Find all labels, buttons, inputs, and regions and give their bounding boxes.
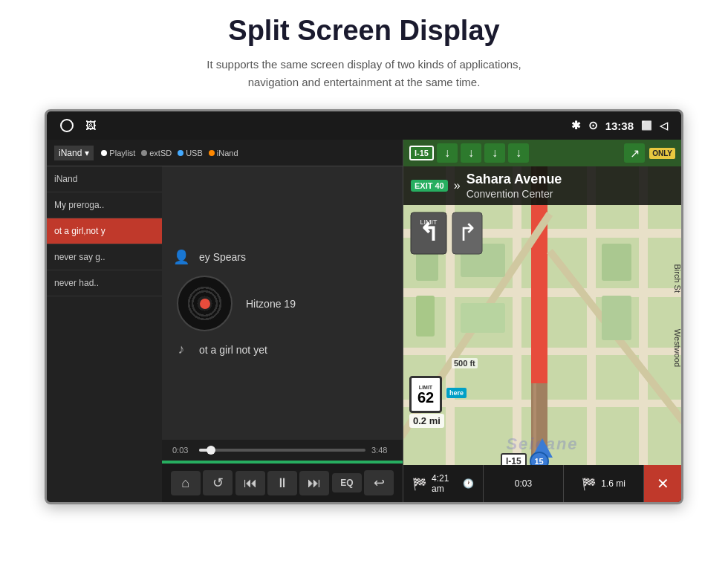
nav-top-bar: I-15 ↓ ↓ ↓ ↓ ↗ ONLY bbox=[403, 140, 681, 166]
arrival-time: 4:21 am bbox=[432, 473, 458, 494]
home-circle-icon bbox=[60, 119, 74, 132]
source-inand[interactable]: iNand bbox=[209, 149, 238, 157]
nav-top-left: I-15 ↓ ↓ ↓ ↓ bbox=[409, 143, 529, 163]
turn-left-icon: ↰ LIMIT bbox=[409, 211, 448, 256]
nav-street-info: Sahara Avenue Convention Center bbox=[467, 172, 562, 200]
nav-street-name: Sahara Avenue bbox=[467, 172, 562, 188]
status-bar-left: 🖼 bbox=[60, 119, 96, 132]
music-player-panel: iNand ▾ Playlist extSD USB iNand bbox=[47, 140, 403, 502]
nav-place-name: Convention Center bbox=[467, 188, 562, 200]
next-button[interactable]: ⏭ bbox=[299, 471, 329, 495]
nav-info-bar: EXIT 40 » Sahara Avenue Convention Cente… bbox=[403, 166, 681, 205]
bluetooth-icon: ✱ bbox=[571, 119, 581, 132]
nav-arrow-right: » bbox=[454, 179, 461, 192]
window-icon: ⬜ bbox=[641, 120, 652, 131]
artist-icon: 👤 bbox=[172, 249, 190, 265]
clock-icon: 🕐 bbox=[463, 478, 474, 489]
svg-rect-19 bbox=[416, 296, 435, 336]
home-button[interactable]: ⌂ bbox=[171, 471, 201, 495]
nav-top-right: ↗ ONLY bbox=[624, 143, 675, 163]
progress-bar-container: 0:03 3:48 bbox=[162, 440, 403, 461]
play-pause-button[interactable]: ⏸ bbox=[267, 471, 297, 495]
playlist-item-mypreo[interactable]: My preroga.. bbox=[47, 192, 162, 218]
svg-text:LIMIT: LIMIT bbox=[420, 218, 438, 226]
album-name: Hitzone 19 bbox=[246, 298, 296, 310]
svg-rect-15 bbox=[461, 303, 505, 333]
repeat-button[interactable]: ↺ bbox=[203, 470, 233, 495]
dropdown-arrow: ▾ bbox=[85, 148, 89, 158]
nav-arrow-down3: ↓ bbox=[484, 143, 505, 163]
nav-arrows: ↓ ↓ ↓ ↓ bbox=[437, 143, 529, 163]
turn-right-icon: ↱ bbox=[451, 211, 484, 256]
controls-bar: ⌂ ↺ ⏮ ⏸ ⏭ EQ ↩ bbox=[162, 464, 403, 502]
speed-limit-sign: LIMIT 62 bbox=[409, 376, 442, 413]
flag2-icon: 🏁 bbox=[582, 477, 597, 491]
nav-bottom-bar: 🏁 4:21 am 🕐 0:03 🏁 1.6 mi ✕ bbox=[403, 465, 681, 502]
dot-icon bbox=[141, 150, 147, 156]
here-logo: here bbox=[446, 388, 467, 398]
split-body: iNand My preroga.. ot a girl,not y never… bbox=[47, 166, 403, 502]
remaining-dist-segment: 🏁 1.6 mi bbox=[564, 465, 644, 502]
svg-rect-17 bbox=[602, 296, 631, 340]
current-time: 0:03 bbox=[172, 446, 193, 455]
device-frame: 🖼 ✱ ⊙ 13:38 ⬜ ◁ iNand ▾ Playlist bbox=[45, 109, 683, 504]
playlist-item-neversay[interactable]: never say g.. bbox=[47, 244, 162, 270]
prev-button[interactable]: ⏮ bbox=[235, 471, 265, 495]
svg-text:↱: ↱ bbox=[458, 219, 478, 246]
westwood-label: Westwood bbox=[673, 329, 681, 367]
status-bar: 🖼 ✱ ⊙ 13:38 ⬜ ◁ bbox=[47, 111, 681, 140]
source-extsd[interactable]: extSD bbox=[141, 149, 172, 157]
song-name: ot a girl not yet bbox=[199, 344, 267, 356]
song-row: ♪ ot a girl not yet bbox=[172, 342, 392, 357]
dot-icon bbox=[209, 150, 215, 156]
svg-rect-16 bbox=[602, 244, 631, 281]
nav-arrow-down2: ↓ bbox=[461, 143, 481, 163]
playlist-item-notgirl[interactable]: ot a girl,not y bbox=[47, 218, 162, 244]
distance-500ft: 500 ft bbox=[452, 358, 478, 368]
playlist-sidebar: iNand My preroga.. ot a girl,not y never… bbox=[47, 166, 162, 502]
page-subtitle: It supports the same screen display of t… bbox=[207, 56, 521, 91]
nav-arrow-down1: ↓ bbox=[437, 143, 458, 163]
source-playlist[interactable]: Playlist bbox=[101, 149, 135, 157]
speed-value: 62 bbox=[417, 390, 434, 405]
page-title: Split Screen Display bbox=[228, 15, 499, 47]
nav-arrow-up: ↗ bbox=[624, 143, 645, 163]
route-distance: 0.2 mi bbox=[409, 414, 444, 428]
nav-close-button[interactable]: ✕ bbox=[644, 465, 681, 502]
exit-badge: EXIT 40 bbox=[411, 180, 448, 192]
dot-icon bbox=[101, 150, 107, 156]
artist-name: ey Spears bbox=[199, 251, 246, 263]
vinyl-disc bbox=[177, 276, 233, 331]
elapsed-time-segment: 0:03 bbox=[484, 465, 564, 502]
playlist-item-neverhad[interactable]: never had.. bbox=[47, 270, 162, 296]
total-time: 3:48 bbox=[371, 446, 392, 455]
artist-row: 👤 ey Spears bbox=[172, 249, 392, 265]
source-label: iNand bbox=[59, 148, 82, 158]
progress-track[interactable] bbox=[199, 449, 365, 452]
main-content: iNand ▾ Playlist extSD USB iNand bbox=[47, 140, 681, 502]
remaining-distance: 1.6 mi bbox=[601, 478, 625, 489]
highway-sign: I-15 bbox=[409, 146, 434, 160]
source-usb[interactable]: USB bbox=[178, 149, 203, 157]
navigation-panel: I-15 ↓ ↓ ↓ ↓ ↗ ONLY EXIT 40 » bbox=[403, 140, 681, 502]
player-area: 👤 ey Spears Hitzone 19 bbox=[162, 166, 403, 502]
source-bar: iNand ▾ Playlist extSD USB iNand bbox=[47, 140, 403, 166]
back-icon: ◁ bbox=[660, 120, 668, 131]
album-row: Hitzone 19 bbox=[172, 276, 392, 331]
playlist-item-inand[interactable]: iNand bbox=[47, 166, 162, 192]
back-button[interactable]: ↩ bbox=[364, 470, 394, 495]
source-dropdown[interactable]: iNand ▾ bbox=[54, 146, 94, 160]
turn-icons: ↰ LIMIT ↱ bbox=[409, 211, 484, 256]
nav-arrow-down4: ↓ bbox=[508, 143, 529, 163]
flag-icon: 🏁 bbox=[412, 477, 427, 491]
eq-button[interactable]: EQ bbox=[332, 473, 362, 492]
status-bar-right: ✱ ⊙ 13:38 ⬜ ◁ bbox=[571, 119, 668, 132]
track-info-area: 👤 ey Spears Hitzone 19 bbox=[162, 166, 403, 440]
status-time: 13:38 bbox=[605, 120, 634, 132]
dot-icon bbox=[178, 150, 183, 156]
progress-thumb[interactable] bbox=[207, 446, 215, 455]
location-icon: ⊙ bbox=[588, 119, 598, 132]
birch-st-label: Birch St bbox=[673, 264, 681, 293]
image-icon: 🖼 bbox=[85, 120, 96, 131]
arrival-time-segment: 🏁 4:21 am 🕐 bbox=[403, 465, 484, 502]
